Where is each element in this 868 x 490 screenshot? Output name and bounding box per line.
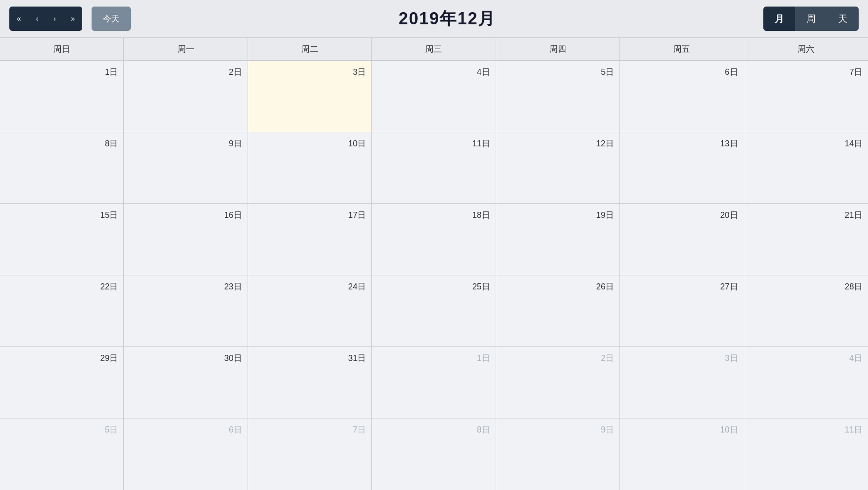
week-row: 8日9日10日11日12日13日14日 bbox=[0, 132, 868, 204]
day-cell[interactable]: 8日 bbox=[0, 132, 124, 203]
month-view-button[interactable]: 月 bbox=[763, 7, 795, 31]
next-month-button[interactable]: › bbox=[46, 7, 63, 31]
calendar-header: « ‹ › » 今天 2019年12月 月 周 天 bbox=[0, 0, 868, 37]
day-cell[interactable]: 31日 bbox=[248, 347, 372, 418]
prev-year-button[interactable]: « bbox=[9, 7, 28, 31]
day-number: 28日 bbox=[750, 279, 862, 294]
day-number: 6日 bbox=[129, 422, 242, 437]
day-number: 4日 bbox=[377, 65, 490, 79]
day-number: 30日 bbox=[129, 351, 242, 366]
day-number: 2日 bbox=[502, 351, 614, 366]
day-cell[interactable]: 26日 bbox=[496, 275, 620, 346]
day-number: 22日 bbox=[6, 279, 118, 294]
weekday-label: 周一 bbox=[124, 38, 248, 60]
calendar-grid: 周日周一周二周三周四周五周六 1日2日3日4日5日6日7日8日9日10日11日1… bbox=[0, 37, 868, 490]
prev-month-button[interactable]: ‹ bbox=[28, 7, 46, 31]
day-number: 1日 bbox=[377, 351, 490, 366]
day-cell[interactable]: 4日 bbox=[744, 347, 868, 418]
day-number: 6日 bbox=[626, 65, 738, 79]
day-number: 2日 bbox=[129, 65, 242, 79]
day-cell[interactable]: 14日 bbox=[744, 132, 868, 203]
day-cell[interactable]: 2日 bbox=[124, 61, 248, 132]
day-cell[interactable]: 18日 bbox=[372, 204, 496, 275]
day-cell[interactable]: 3日 bbox=[248, 61, 372, 132]
calendar-container: « ‹ › » 今天 2019年12月 月 周 天 周日周一周二周三周四周五周六… bbox=[0, 0, 868, 490]
weekday-label: 周日 bbox=[0, 38, 124, 60]
day-cell[interactable]: 23日 bbox=[124, 275, 248, 346]
day-number: 10日 bbox=[254, 136, 366, 151]
day-number: 17日 bbox=[254, 208, 366, 223]
day-cell[interactable]: 6日 bbox=[124, 418, 248, 490]
day-cell[interactable]: 11日 bbox=[372, 132, 496, 203]
day-cell[interactable]: 9日 bbox=[496, 418, 620, 490]
day-cell[interactable]: 25日 bbox=[372, 275, 496, 346]
day-number: 15日 bbox=[6, 208, 118, 223]
day-cell[interactable]: 9日 bbox=[124, 132, 248, 203]
day-cell[interactable]: 1日 bbox=[0, 61, 124, 132]
weekday-header: 周日周一周二周三周四周五周六 bbox=[0, 38, 868, 61]
day-number: 14日 bbox=[750, 136, 862, 151]
day-number: 8日 bbox=[377, 422, 490, 437]
day-cell[interactable]: 5日 bbox=[496, 61, 620, 132]
day-cell[interactable]: 21日 bbox=[744, 204, 868, 275]
day-cell[interactable]: 3日 bbox=[620, 347, 744, 418]
day-cell[interactable]: 27日 bbox=[620, 275, 744, 346]
day-number: 25日 bbox=[377, 279, 490, 294]
day-number: 26日 bbox=[502, 279, 614, 294]
week-row: 1日2日3日4日5日6日7日 bbox=[0, 61, 868, 132]
day-number: 29日 bbox=[6, 351, 118, 366]
day-cell[interactable]: 7日 bbox=[248, 418, 372, 490]
weekday-label: 周四 bbox=[496, 38, 620, 60]
day-number: 3日 bbox=[626, 351, 738, 366]
day-cell[interactable]: 2日 bbox=[496, 347, 620, 418]
day-cell[interactable]: 10日 bbox=[620, 418, 744, 490]
day-number: 5日 bbox=[6, 422, 118, 437]
day-cell[interactable]: 20日 bbox=[620, 204, 744, 275]
day-cell[interactable]: 4日 bbox=[372, 61, 496, 132]
day-number: 19日 bbox=[502, 208, 614, 223]
day-number: 23日 bbox=[129, 279, 242, 294]
day-cell[interactable]: 16日 bbox=[124, 204, 248, 275]
day-number: 7日 bbox=[254, 422, 366, 437]
week-view-button[interactable]: 周 bbox=[795, 7, 827, 31]
day-cell[interactable]: 12日 bbox=[496, 132, 620, 203]
day-cell[interactable]: 28日 bbox=[744, 275, 868, 346]
day-cell[interactable]: 5日 bbox=[0, 418, 124, 490]
day-number: 24日 bbox=[254, 279, 366, 294]
day-cell[interactable]: 8日 bbox=[372, 418, 496, 490]
day-number: 3日 bbox=[254, 65, 366, 79]
day-number: 12日 bbox=[502, 136, 614, 151]
day-cell[interactable]: 22日 bbox=[0, 275, 124, 346]
day-cell[interactable]: 30日 bbox=[124, 347, 248, 418]
day-number: 4日 bbox=[750, 351, 862, 366]
day-number: 8日 bbox=[6, 136, 118, 151]
day-number: 18日 bbox=[377, 208, 490, 223]
day-number: 13日 bbox=[626, 136, 738, 151]
today-button[interactable]: 今天 bbox=[92, 7, 131, 31]
next-year-button[interactable]: » bbox=[64, 7, 83, 31]
day-number: 9日 bbox=[502, 422, 614, 437]
day-number: 1日 bbox=[6, 65, 118, 79]
day-number: 11日 bbox=[377, 136, 490, 151]
day-cell[interactable]: 7日 bbox=[744, 61, 868, 132]
nav-group: « ‹ › » bbox=[9, 7, 82, 31]
weekday-label: 周三 bbox=[372, 38, 496, 60]
day-cell[interactable]: 1日 bbox=[372, 347, 496, 418]
week-row: 29日30日31日1日2日3日4日 bbox=[0, 347, 868, 418]
weekday-label: 周二 bbox=[248, 38, 372, 60]
day-view-button[interactable]: 天 bbox=[827, 7, 859, 31]
day-cell[interactable]: 6日 bbox=[620, 61, 744, 132]
day-cell[interactable]: 11日 bbox=[744, 418, 868, 490]
day-number: 20日 bbox=[626, 208, 738, 223]
day-cell[interactable]: 10日 bbox=[248, 132, 372, 203]
calendar-title: 2019年12月 bbox=[398, 7, 496, 30]
day-cell[interactable]: 24日 bbox=[248, 275, 372, 346]
day-cell[interactable]: 15日 bbox=[0, 204, 124, 275]
weekday-label: 周五 bbox=[620, 38, 744, 60]
weekday-label: 周六 bbox=[744, 38, 868, 60]
day-cell[interactable]: 19日 bbox=[496, 204, 620, 275]
day-cell[interactable]: 17日 bbox=[248, 204, 372, 275]
day-cell[interactable]: 13日 bbox=[620, 132, 744, 203]
day-cell[interactable]: 29日 bbox=[0, 347, 124, 418]
day-number: 7日 bbox=[750, 65, 862, 79]
